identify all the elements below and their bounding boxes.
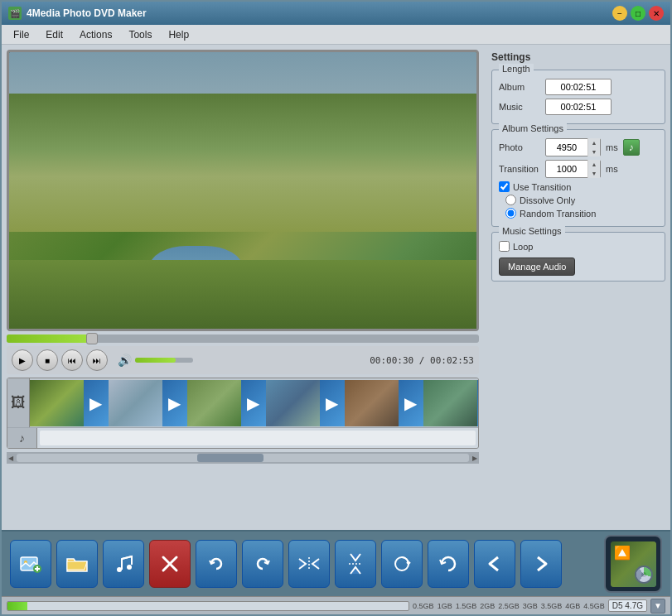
seek-bar-fill: [7, 334, 92, 343]
undo-button[interactable]: [428, 540, 469, 588]
loop-row: Loop: [499, 241, 658, 252]
loop-checkbox[interactable]: [499, 241, 510, 252]
menu-tools[interactable]: Tools: [120, 27, 160, 42]
photo-thumb-6[interactable]: [423, 380, 477, 426]
settings-panel: Settings Length Album Music Album Settin…: [491, 50, 665, 525]
title-bar: 🎬 4Media Photo DVD Maker − □ ✕: [2, 2, 670, 25]
use-transition-row: Use Transition: [499, 181, 658, 192]
transition-label: Transition: [499, 164, 540, 174]
status-tick-2: 1.5GB: [456, 602, 477, 610]
video-preview-inner: [9, 52, 476, 329]
music-timeline-row: ♪: [7, 428, 478, 448]
transition-spin-up[interactable]: ▲: [588, 160, 600, 169]
album-length-row: Album: [499, 79, 658, 95]
album-length-input[interactable]: [545, 79, 612, 95]
status-tick-0: 0.5GB: [413, 602, 434, 610]
app-window: 🎬 4Media Photo DVD Maker − □ ✕ File Edit…: [0, 0, 672, 616]
timeline-scrollbar[interactable]: ◀ ▶: [7, 452, 479, 464]
disk-badge: D5 4.7G: [608, 599, 647, 612]
photo-thumb-4[interactable]: [266, 380, 320, 426]
rotate-ccw-button[interactable]: [196, 540, 237, 588]
landscape: [9, 52, 476, 329]
status-bar: 0.5GB 1GB 1.5GB 2GB 2.5GB 3GB 3.5GB 4GB …: [2, 596, 670, 614]
maximize-button[interactable]: □: [631, 6, 645, 21]
transition-6: ▶: [477, 380, 478, 426]
prev-nav-button[interactable]: [474, 540, 515, 588]
effects-button[interactable]: [381, 540, 423, 588]
prev-button[interactable]: ⏮: [61, 349, 83, 371]
flip-v-button[interactable]: [335, 540, 376, 588]
dissolve-radio[interactable]: [505, 195, 516, 205]
scroll-left-arrow[interactable]: ◀: [7, 455, 15, 462]
status-tick-3: 2GB: [480, 602, 495, 610]
close-button[interactable]: ✕: [649, 6, 664, 21]
video-preview: [7, 50, 479, 331]
app-icon: 🎬: [8, 7, 22, 20]
music-settings-group: Music Settings Loop Manage Audio: [491, 232, 665, 282]
menu-actions[interactable]: Actions: [71, 27, 120, 42]
transition-spin-down[interactable]: ▼: [588, 169, 600, 178]
volume-icon: 🔊: [118, 354, 132, 367]
photo-thumb-1[interactable]: [30, 380, 84, 426]
stop-button[interactable]: ■: [36, 349, 58, 371]
status-tick-7: 4GB: [565, 602, 580, 610]
photo-music-icon[interactable]: ♪: [623, 139, 640, 156]
menu-file[interactable]: File: [5, 27, 37, 42]
add-music-button[interactable]: [103, 540, 144, 588]
time-display: 00:00:30 / 00:02:53: [370, 355, 474, 366]
menu-edit[interactable]: Edit: [37, 27, 71, 42]
status-tick-6: 3.5GB: [541, 602, 563, 610]
add-photos-button[interactable]: [10, 540, 51, 588]
flip-h-button[interactable]: [288, 540, 330, 588]
svg-line-7: [122, 556, 132, 559]
timeline-photos: ▶ ▶ ▶ ▶ ▶ ▶ ▶: [30, 378, 478, 427]
seek-thumb[interactable]: [86, 333, 98, 344]
photo-thumb-3[interactable]: [187, 380, 241, 426]
use-transition-label: Use Transition: [513, 182, 571, 192]
volume-bar[interactable]: [135, 358, 193, 363]
minimize-button[interactable]: −: [612, 6, 627, 21]
music-settings-title: Music Settings: [499, 226, 565, 236]
album-label: Album: [499, 82, 540, 92]
transition-ms-label: ms: [606, 164, 618, 174]
open-folder-button[interactable]: [56, 540, 98, 588]
delete-button[interactable]: [149, 540, 191, 588]
scroll-right-arrow[interactable]: ▶: [471, 455, 479, 462]
photo-spin-up[interactable]: ▲: [588, 138, 600, 147]
foreground: [9, 260, 476, 330]
transition-4: ▶: [320, 380, 345, 426]
status-tick-5: 3GB: [523, 602, 538, 610]
random-radio[interactable]: [505, 208, 516, 219]
status-progress-fill: [7, 602, 27, 610]
menu-bar: File Edit Actions Tools Help: [2, 25, 670, 45]
app-title: 4Media Photo DVD Maker: [27, 7, 147, 19]
disk-dropdown[interactable]: ▼: [650, 599, 665, 614]
seek-bar[interactable]: [7, 334, 479, 343]
random-transition-row: Random Transition: [499, 208, 658, 219]
transition-value-input[interactable]: [546, 164, 587, 174]
status-progress-bar: [7, 601, 409, 611]
next-button[interactable]: ⏭: [86, 349, 108, 371]
scrollbar-thumb[interactable]: [197, 454, 263, 462]
scrollbar-track[interactable]: [17, 454, 469, 462]
music-track: [40, 431, 476, 445]
photo-value-input[interactable]: [546, 142, 587, 152]
rotate-cw-button[interactable]: [242, 540, 283, 588]
transport-controls: ▶ ■ ⏮ ⏭ 🔊 00:00:30 / 00:02:53: [7, 346, 479, 374]
render-button[interactable]: 🔼: [604, 535, 662, 593]
status-tick-8: 4.5GB: [583, 602, 605, 610]
photo-spinner-btns: ▲ ▼: [587, 138, 600, 156]
photo-spin-down[interactable]: ▼: [588, 147, 600, 156]
photo-thumb-5[interactable]: [345, 380, 399, 426]
music-length-input[interactable]: [545, 99, 612, 115]
album-settings-group: Album Settings Photo ▲ ▼ ms ♪ Transition: [491, 129, 665, 227]
menu-help[interactable]: Help: [160, 27, 197, 42]
next-nav-button[interactable]: [520, 540, 562, 588]
random-label: Random Transition: [520, 209, 596, 219]
length-group: Length Album Music: [491, 70, 665, 124]
play-button[interactable]: ▶: [12, 349, 33, 371]
manage-audio-button[interactable]: Manage Audio: [499, 257, 575, 276]
mountains: [9, 94, 476, 232]
photo-thumb-2[interactable]: [109, 380, 162, 426]
use-transition-checkbox[interactable]: [499, 181, 510, 192]
